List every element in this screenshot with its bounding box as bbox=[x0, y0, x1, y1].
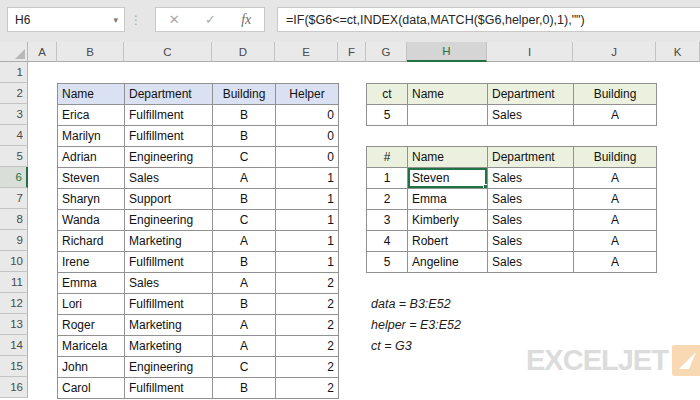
cell-J6[interactable]: A bbox=[574, 168, 657, 189]
row-header-8[interactable]: 8 bbox=[0, 209, 28, 230]
cell-B2[interactable]: Name bbox=[58, 84, 125, 105]
cell-B12[interactable]: Lori bbox=[58, 294, 125, 315]
cell-E16[interactable]: 2 bbox=[276, 378, 339, 399]
cell-B13[interactable]: Roger bbox=[58, 315, 125, 336]
cell-B8[interactable]: Wanda bbox=[58, 210, 125, 231]
cell-D7[interactable]: B bbox=[213, 189, 276, 210]
cell-D6[interactable]: A bbox=[213, 168, 276, 189]
row-header-12[interactable]: 12 bbox=[0, 293, 28, 314]
cell-C5[interactable]: Engineering bbox=[125, 147, 213, 168]
cell-E2[interactable]: Helper bbox=[276, 84, 339, 105]
column-header-D[interactable]: D bbox=[212, 42, 275, 62]
cell-E15[interactable]: 2 bbox=[276, 357, 339, 378]
cell-I9[interactable]: Sales bbox=[488, 231, 574, 252]
cell-C3[interactable]: Fulfillment bbox=[125, 105, 213, 126]
cell-E8[interactable]: 1 bbox=[276, 210, 339, 231]
column-header-E[interactable]: E bbox=[275, 42, 338, 62]
cell-J3[interactable]: A bbox=[574, 105, 657, 126]
cell-I3[interactable]: Sales bbox=[488, 105, 574, 126]
row-header-15[interactable]: 15 bbox=[0, 356, 28, 377]
cell-H2[interactable]: Name bbox=[408, 84, 488, 105]
cell-C4[interactable]: Fulfillment bbox=[125, 126, 213, 147]
cell-C13[interactable]: Marketing bbox=[125, 315, 213, 336]
cell-J8[interactable]: A bbox=[574, 210, 657, 231]
row-header-6[interactable]: 6 bbox=[0, 167, 28, 188]
cell-D2[interactable]: Building bbox=[213, 84, 276, 105]
row-header-3[interactable]: 3 bbox=[0, 104, 28, 125]
cell-E6[interactable]: 1 bbox=[276, 168, 339, 189]
column-header-F[interactable]: F bbox=[338, 42, 366, 62]
cell-E14[interactable]: 2 bbox=[276, 336, 339, 357]
cell-J7[interactable]: A bbox=[574, 189, 657, 210]
cell-C9[interactable]: Marketing bbox=[125, 231, 213, 252]
cell-D4[interactable]: B bbox=[213, 126, 276, 147]
cell-C8[interactable]: Engineering bbox=[125, 210, 213, 231]
cell-I8[interactable]: Sales bbox=[488, 210, 574, 231]
column-header-H[interactable]: H bbox=[407, 42, 487, 62]
row-header-5[interactable]: 5 bbox=[0, 146, 28, 167]
row-header-4[interactable]: 4 bbox=[0, 125, 28, 146]
cell-I10[interactable]: Sales bbox=[488, 252, 574, 273]
cell-D14[interactable]: A bbox=[213, 336, 276, 357]
row-header-2[interactable]: 2 bbox=[0, 83, 28, 104]
cell-E3[interactable]: 0 bbox=[276, 105, 339, 126]
cell-C6[interactable]: Sales bbox=[125, 168, 213, 189]
enter-icon[interactable]: ✓ bbox=[205, 13, 216, 26]
row-header-16[interactable]: 16 bbox=[0, 377, 28, 398]
cell-C2[interactable]: Department bbox=[125, 84, 213, 105]
cell-H8[interactable]: Kimberly bbox=[408, 210, 488, 231]
cell-D8[interactable]: C bbox=[213, 210, 276, 231]
cell-H3[interactable] bbox=[408, 105, 488, 126]
cell-G5[interactable]: # bbox=[367, 147, 408, 168]
cell-D3[interactable]: B bbox=[213, 105, 276, 126]
row-header-14[interactable]: 14 bbox=[0, 335, 28, 356]
cell-J9[interactable]: A bbox=[574, 231, 657, 252]
cell-G2[interactable]: ct bbox=[367, 84, 408, 105]
cell-H6[interactable]: Steven bbox=[408, 168, 488, 189]
cell-D5[interactable]: C bbox=[213, 147, 276, 168]
select-all-corner[interactable] bbox=[0, 42, 28, 62]
cell-I7[interactable]: Sales bbox=[488, 189, 574, 210]
column-header-B[interactable]: B bbox=[57, 42, 124, 62]
column-header-G[interactable]: G bbox=[366, 42, 407, 62]
cell-D10[interactable]: B bbox=[213, 252, 276, 273]
cell-D15[interactable]: C bbox=[213, 357, 276, 378]
cell-D9[interactable]: A bbox=[213, 231, 276, 252]
row-header-1[interactable]: 1 bbox=[0, 62, 28, 83]
cell-D11[interactable]: A bbox=[213, 273, 276, 294]
cell-E13[interactable]: 2 bbox=[276, 315, 339, 336]
cell-B6[interactable]: Steven bbox=[58, 168, 125, 189]
cell-G8[interactable]: 3 bbox=[367, 210, 408, 231]
cell-H10[interactable]: Angeline bbox=[408, 252, 488, 273]
name-box-dropdown-icon[interactable]: ▾ bbox=[113, 15, 118, 25]
column-header-J[interactable]: J bbox=[573, 42, 656, 62]
row-header-7[interactable]: 7 bbox=[0, 188, 28, 209]
column-header-K[interactable]: K bbox=[656, 42, 700, 62]
name-box[interactable]: H6 ▾ bbox=[7, 7, 125, 32]
cell-C10[interactable]: Fulfillment bbox=[125, 252, 213, 273]
cell-E4[interactable]: 0 bbox=[276, 126, 339, 147]
cell-B7[interactable]: Sharyn bbox=[58, 189, 125, 210]
cell-E10[interactable]: 1 bbox=[276, 252, 339, 273]
cell-G7[interactable]: 2 bbox=[367, 189, 408, 210]
cell-B4[interactable]: Marilyn bbox=[58, 126, 125, 147]
cell-C12[interactable]: Fulfillment bbox=[125, 294, 213, 315]
cancel-icon[interactable]: ✕ bbox=[169, 13, 180, 26]
cell-G9[interactable]: 4 bbox=[367, 231, 408, 252]
cell-J10[interactable]: A bbox=[574, 252, 657, 273]
cell-D12[interactable]: B bbox=[213, 294, 276, 315]
cell-C16[interactable]: Fulfillment bbox=[125, 378, 213, 399]
cell-G6[interactable]: 1 bbox=[367, 168, 408, 189]
cell-J5[interactable]: Building bbox=[574, 147, 657, 168]
insert-function-icon[interactable]: fx bbox=[241, 12, 251, 28]
cell-G3[interactable]: 5 bbox=[367, 105, 408, 126]
cell-C14[interactable]: Marketing bbox=[125, 336, 213, 357]
cell-B9[interactable]: Richard bbox=[58, 231, 125, 252]
cell-C15[interactable]: Engineering bbox=[125, 357, 213, 378]
cell-I2[interactable]: Department bbox=[488, 84, 574, 105]
cell-B5[interactable]: Adrian bbox=[58, 147, 125, 168]
cell-D16[interactable]: B bbox=[213, 378, 276, 399]
cell-C11[interactable]: Sales bbox=[125, 273, 213, 294]
formula-bar[interactable]: =IF($G6<=ct,INDEX(data,MATCH($G6,helper,… bbox=[277, 7, 700, 32]
cell-E7[interactable]: 1 bbox=[276, 189, 339, 210]
